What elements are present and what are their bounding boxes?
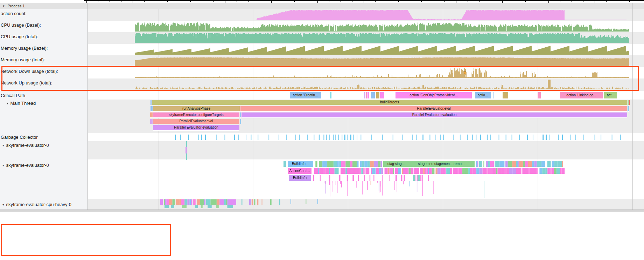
track-label-thread[interactable]: ▾skyframe-evaluator-cpu-heavy-0 (2, 202, 71, 207)
critical-path-item[interactable]: act... (604, 92, 617, 98)
main-thread-slice[interactable]: Parallel Evaluator evaluation (153, 125, 239, 131)
main-thread-slice[interactable] (240, 112, 241, 118)
counter-chart-memory-usage-total-[interactable] (88, 55, 644, 67)
counter-chart-cpu-usage-total-[interactable] (88, 32, 644, 44)
main-thread-slice[interactable] (629, 100, 630, 105)
main-thread-slice[interactable] (150, 112, 153, 118)
main-thread-slice[interactable]: skyframeExecutor.configureTargets (153, 112, 239, 118)
collapse-triangle-icon[interactable]: ▾ (3, 3, 5, 9)
trace-viewer: ▾ Process 1 action count:CPU usage (Baze… (0, 0, 644, 260)
ruler-tick-mark (387, 1, 387, 2)
critical-path-item[interactable] (371, 92, 375, 98)
collapse-triangle-icon[interactable]: ▾ (2, 144, 4, 147)
ruler-tick-mark (572, 1, 572, 2)
ruler-tick-mark (202, 1, 202, 2)
ruler-tick-mark (237, 1, 237, 2)
critical-path-item[interactable] (380, 92, 384, 98)
thread-events-canvas[interactable] (88, 133, 644, 210)
critical-path-item[interactable] (503, 92, 508, 98)
ruler-tick-mark (398, 1, 399, 2)
ruler-tick-mark (468, 1, 468, 2)
critical-path-item[interactable]: action 'Linking go... (560, 92, 603, 98)
main-thread-slice[interactable]: ParallelEvaluator.eval (153, 119, 239, 124)
ruler-tick-mark (225, 1, 225, 3)
track-label-garbage-collector: Garbage Collector (1, 135, 38, 140)
event-slice-labeled[interactable]: stag:stag... (383, 161, 409, 167)
ruler-tick-mark (133, 1, 133, 3)
ruler-tick-mark (606, 1, 607, 2)
ruler-tick-mark (179, 1, 179, 3)
event-slice-labeled[interactable]: BuildInfo ... (288, 161, 313, 167)
track-label-main-thread[interactable]: ▾Main Thread (7, 101, 36, 106)
ruler-tick-mark (167, 1, 168, 2)
main-thread-slice[interactable]: ParallelEvaluator.eval (240, 106, 627, 112)
ruler-tick-mark (121, 1, 121, 2)
ruler-tick-mark (329, 1, 329, 2)
main-thread-slice[interactable]: Parallel Evaluator evaluation (241, 112, 627, 118)
critical-path-item[interactable] (538, 92, 541, 98)
critical-path-item[interactable]: action 'GenObjcProtos video/... (396, 92, 472, 98)
event-slice-labeled[interactable]: ActionConti... (288, 168, 312, 174)
ruler-tick-mark (537, 1, 537, 2)
ruler-tick-mark (618, 1, 618, 2)
ruler-tick-mark (156, 1, 156, 2)
main-thread-slice[interactable]: buildTargets (152, 100, 627, 105)
critical-path-item[interactable]: actio... (475, 92, 491, 98)
process-header[interactable]: ▾ Process 1 (0, 3, 644, 9)
ruler-tick-mark (456, 1, 456, 3)
ruler-tick-mark (364, 1, 364, 3)
collapse-triangle-icon[interactable]: ▾ (2, 164, 4, 167)
ruler-tick-mark (525, 1, 526, 2)
event-slice-labeled[interactable]: BuildInfo (289, 175, 311, 181)
ruler-tick-mark (306, 1, 306, 2)
ruler-tick-mark (190, 1, 191, 2)
track-label-counter: Memory usage (total): (1, 57, 45, 62)
ruler-tick-mark (317, 1, 318, 3)
critical-path-item[interactable]: action 'Creatin... (290, 92, 321, 98)
track-label-counter: Network Up usage (total): (1, 80, 52, 85)
counter-chart-network-down-usage-total-[interactable] (88, 67, 644, 78)
detail-panel: 1 item selected. Counter Sample (1) Coun… (0, 212, 644, 260)
counter-chart-memory-usage-bazel-[interactable] (88, 44, 644, 55)
main-thread-slice[interactable] (150, 100, 152, 105)
track-label-counter: CPU usage (Bazel): (1, 22, 41, 28)
critical-path-item[interactable] (364, 92, 365, 98)
track-label-counter: Memory usage (Bazel): (1, 46, 48, 51)
critical-path-item[interactable] (368, 92, 369, 98)
counter-chart-network-up-usage-total-[interactable] (88, 78, 644, 90)
ruler-tick-mark (110, 1, 110, 2)
main-thread-slice[interactable] (240, 119, 241, 124)
ruler-tick-mark (514, 1, 514, 2)
main-thread-slice[interactable] (628, 106, 629, 112)
event-slice-labeled[interactable]: stagemen:stagemen....remot... (409, 161, 475, 167)
counter-chart-cpu-usage-bazel-[interactable] (88, 21, 644, 32)
ruler-tick-mark (375, 1, 376, 2)
critical-path-item[interactable] (493, 92, 493, 98)
ruler-tick-mark (410, 1, 410, 3)
main-thread-slice[interactable] (150, 119, 153, 124)
critical-path-item[interactable] (376, 92, 379, 98)
ruler-tick-mark (283, 1, 283, 2)
track-label-critical-path: Critical Path (1, 93, 25, 98)
main-thread-slice[interactable] (628, 100, 629, 105)
track-label-thread[interactable]: ▾skyframe-evaluator-0 (2, 143, 49, 148)
ruler-tick-mark (433, 1, 433, 2)
ruler-tick-mark (86, 1, 87, 3)
ruler-tick-mark (294, 1, 295, 2)
counter-chart-action-count[interactable] (88, 9, 644, 21)
critical-path-item[interactable] (366, 92, 367, 98)
track-label-thread[interactable]: ▾skyframe-evaluator-0 (2, 163, 49, 168)
critical-path-item[interactable] (330, 92, 331, 98)
track-label-counter: Network Down usage (total): (1, 69, 58, 74)
main-thread-slice[interactable]: runAnalysisPhase (153, 106, 240, 112)
main-thread-slice[interactable] (150, 106, 153, 112)
collapse-triangle-icon[interactable]: ▾ (2, 203, 4, 206)
ruler-tick-mark (214, 1, 214, 2)
ruler-tick-mark (560, 1, 560, 2)
ruler-tick-mark (144, 1, 145, 2)
ruler-tick-mark (421, 1, 422, 2)
collapse-triangle-icon[interactable]: ▾ (7, 102, 8, 105)
ruler-tick-mark (548, 1, 549, 3)
track-label-counter: CPU usage (total): (1, 34, 38, 39)
ruler-tick-mark (260, 1, 260, 2)
